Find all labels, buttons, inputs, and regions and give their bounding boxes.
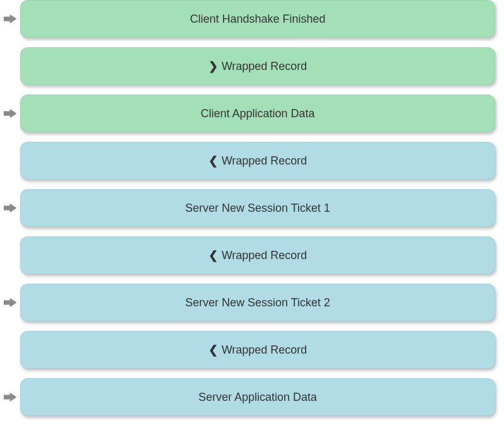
arrow-slot <box>0 203 20 213</box>
record-label: Server New Session Ticket 2 <box>185 296 330 309</box>
record-label: Wrapped Record <box>222 344 307 357</box>
diagram-row: Server Application Data <box>0 378 504 416</box>
diagram-row: ❮Wrapped Record <box>0 236 504 274</box>
diagram-row: ❯Wrapped Record <box>0 47 504 85</box>
record-box: Server New Session Ticket 2 <box>20 284 495 321</box>
record-box: Client Application Data <box>20 95 495 132</box>
arrow-slot <box>0 392 20 402</box>
arrow-right-icon <box>4 108 16 118</box>
arrow-slot <box>0 108 20 118</box>
arrow-slot <box>0 14 20 24</box>
diagram-row: Server New Session Ticket 1 <box>0 189 504 227</box>
record-label: Wrapped Record <box>222 60 307 73</box>
arrow-slot <box>0 298 20 308</box>
diagram-row: Server New Session Ticket 2 <box>0 284 504 321</box>
record-label: Client Application Data <box>200 107 314 120</box>
diagram-row: ❮Wrapped Record <box>0 331 504 369</box>
record-box: Server Application Data <box>20 378 495 416</box>
record-label: Server New Session Ticket 1 <box>185 202 330 215</box>
record-label: Wrapped Record <box>222 249 307 262</box>
arrow-right-icon <box>4 392 16 402</box>
record-box: ❮Wrapped Record <box>20 142 495 180</box>
record-box: Server New Session Ticket 1 <box>20 189 495 227</box>
chevron-left-icon: ❮ <box>209 248 218 262</box>
arrow-right-icon <box>4 298 16 308</box>
chevron-left-icon: ❮ <box>209 154 218 168</box>
diagram-row: Client Application Data <box>0 95 504 132</box>
diagram-row: ❮Wrapped Record <box>0 142 504 180</box>
record-label: Client Handshake Finished <box>190 13 325 26</box>
record-box: ❮Wrapped Record <box>20 236 495 274</box>
arrow-right-icon <box>4 14 16 24</box>
chevron-right-icon: ❯ <box>209 59 218 73</box>
record-box: ❯Wrapped Record <box>20 47 495 85</box>
arrow-right-icon <box>4 203 16 213</box>
diagram-row: Client Handshake Finished <box>0 0 504 38</box>
chevron-left-icon: ❮ <box>209 343 218 357</box>
tls-record-diagram: Client Handshake Finished❯Wrapped Record… <box>0 0 504 416</box>
record-label: Wrapped Record <box>222 154 307 168</box>
record-box: ❮Wrapped Record <box>20 331 495 369</box>
record-box: Client Handshake Finished <box>20 0 495 38</box>
record-label: Server Application Data <box>198 391 317 404</box>
